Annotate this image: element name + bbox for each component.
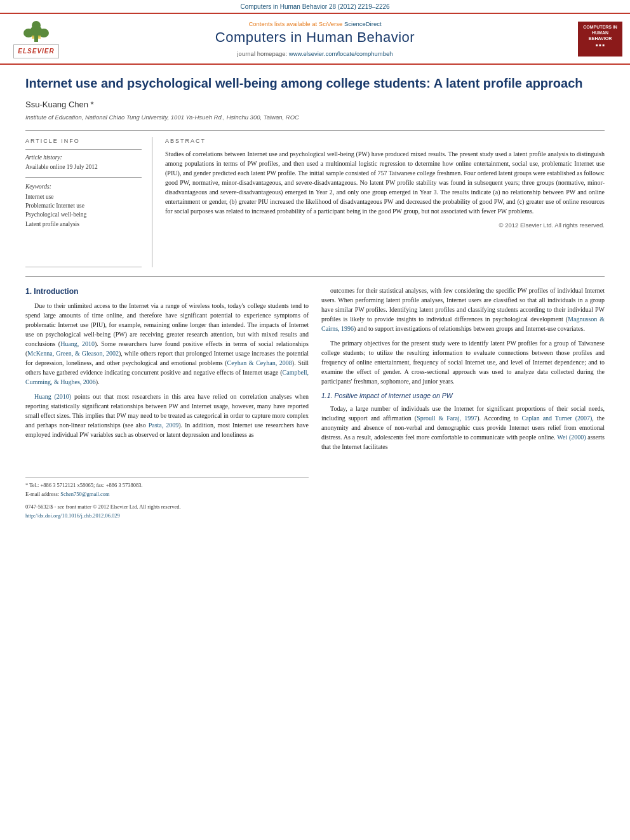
- intro-heading: 1. Introduction: [25, 286, 309, 297]
- footnote-area: * Tel.: +886 3 5712121 x58065; fax: +886…: [25, 477, 309, 520]
- article-content: Internet use and psychological well-bein…: [0, 65, 630, 534]
- copyright: © 2012 Elsevier Ltd. All rights reserved…: [165, 221, 605, 229]
- svg-rect-6: [38, 36, 41, 39]
- right-para2: The primary objectives for the present s…: [321, 338, 605, 386]
- body-left-column: 1. Introduction Due to their unlimited a…: [25, 286, 309, 521]
- ref-sproull[interactable]: Sproull & Faraj, 1997: [417, 415, 477, 422]
- journal-title: Computers in Human Behavior: [65, 28, 565, 48]
- left-logo-area: ELSEVIER: [8, 19, 65, 58]
- ref-ceyhan[interactable]: Ceyhan & Ceyhan, 2008: [227, 359, 292, 366]
- journal-header: ELSEVIER Contents lists available at Sci…: [0, 13, 630, 65]
- affiliation: Institute of Education, National Chiao T…: [25, 113, 605, 121]
- article-history-label: Article history:: [25, 154, 142, 162]
- article-info-label: ARTICLE INFO: [25, 137, 142, 145]
- footer-doi: http://dx.doi.org/10.1016/j.chb.2012.06.…: [25, 512, 309, 520]
- email-link[interactable]: Schen750@gmail.com: [60, 491, 109, 497]
- body-columns: 1. Introduction Due to their unlimited a…: [25, 286, 605, 521]
- sciverse-link: Contents lists available at SciVerse Sci…: [65, 20, 565, 28]
- author-name: Ssu-Kuang Chen *: [25, 99, 605, 110]
- footnote-email: E-mail address: Schen750@gmail.com: [25, 491, 309, 498]
- journal-citation: Computers in Human Behavior 28 (2012) 22…: [240, 3, 389, 10]
- ref-magnusson[interactable]: Magnusson & Cairns, 1996: [321, 316, 605, 332]
- ref-pasta[interactable]: Pasta, 2009: [149, 422, 179, 429]
- abstract-label: ABSTRACT: [165, 137, 605, 145]
- ref-caplan[interactable]: Caplan and Turner (2007): [521, 415, 592, 422]
- right-para1: outcomes for their statistical analyses,…: [321, 286, 605, 333]
- intro-para2: Huang (2010) points out that most resear…: [25, 392, 309, 439]
- ref-campbell[interactable]: Campbell, Cumming, & Hughes, 2006: [25, 369, 309, 385]
- top-banner: Computers in Human Behavior 28 (2012) 22…: [0, 0, 630, 13]
- right-para3: Today, a large number of individuals use…: [321, 404, 605, 451]
- elsevier-wordmark: ELSEVIER: [13, 44, 58, 58]
- ref-mckenna[interactable]: McKenna, Green, & Gleason, 2002: [27, 350, 119, 357]
- svg-rect-5: [32, 36, 34, 39]
- intro-para1: Due to their unlimited access to the Int…: [25, 301, 309, 387]
- right-logo-area: COMPUTERS IN HUMAN BEHAVIOR ■ ■ ■: [565, 22, 622, 57]
- article-columns: ARTICLE INFO Article history: Available …: [25, 130, 605, 267]
- footnote-tel: * Tel.: +886 3 5712121 x58065; fax: +886…: [25, 482, 309, 490]
- article-info-column: ARTICLE INFO Article history: Available …: [25, 137, 152, 267]
- journal-homepage: journal homepage: www.elsevier.com/locat…: [65, 50, 565, 58]
- abstract-text: Studies of correlations between Internet…: [165, 149, 605, 216]
- abstract-column: ABSTRACT Studies of correlations between…: [165, 137, 605, 267]
- elsevier-tree-icon: [17, 19, 55, 44]
- footer-copyright: 0747-5632/$ - see front matter © 2012 El…: [25, 503, 309, 511]
- ref-huang-2010[interactable]: Huang, 2010: [60, 340, 95, 347]
- article-title: Internet use and psychological well-bein…: [25, 75, 605, 91]
- keywords-list: Internet use Problematic Internet use Ps…: [25, 192, 142, 229]
- ref-huang-2010-2[interactable]: Huang (2010): [34, 393, 71, 400]
- ref-wei[interactable]: Wei (2000): [557, 434, 586, 441]
- available-online: Available online 19 July 2012: [25, 163, 142, 171]
- journal-center-info: Contents lists available at SciVerse Sci…: [65, 20, 565, 58]
- subsection1-heading: 1.1. Positive impact of internet usage o…: [321, 391, 605, 401]
- body-right-column: outcomes for their statistical analyses,…: [321, 286, 605, 521]
- keywords-label: Keywords:: [25, 183, 142, 191]
- journal-thumbnail: COMPUTERS IN HUMAN BEHAVIOR ■ ■ ■: [578, 22, 622, 57]
- svg-point-4: [32, 21, 41, 30]
- doi-link[interactable]: http://dx.doi.org/10.1016/j.chb.2012.06.…: [25, 512, 120, 519]
- section-divider: [25, 276, 605, 277]
